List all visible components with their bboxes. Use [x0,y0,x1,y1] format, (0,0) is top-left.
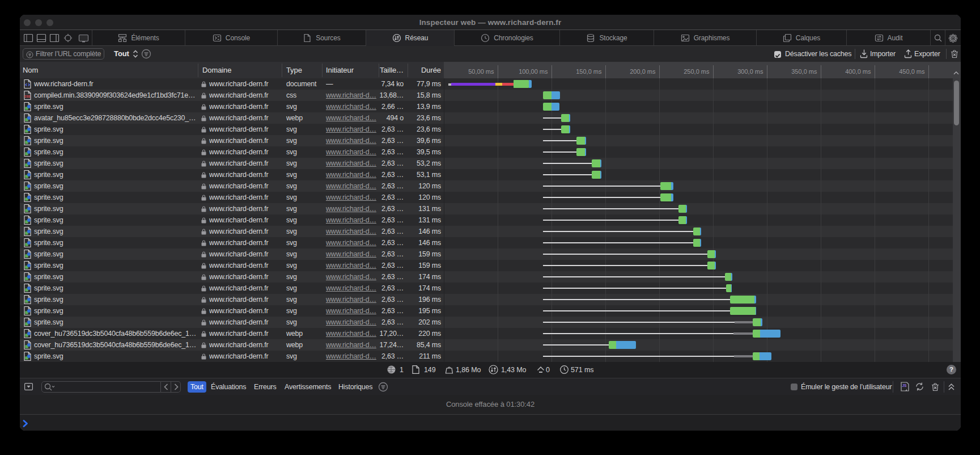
svg-text:css: css [24,94,31,98]
svg-text:JS: JS [902,384,907,387]
